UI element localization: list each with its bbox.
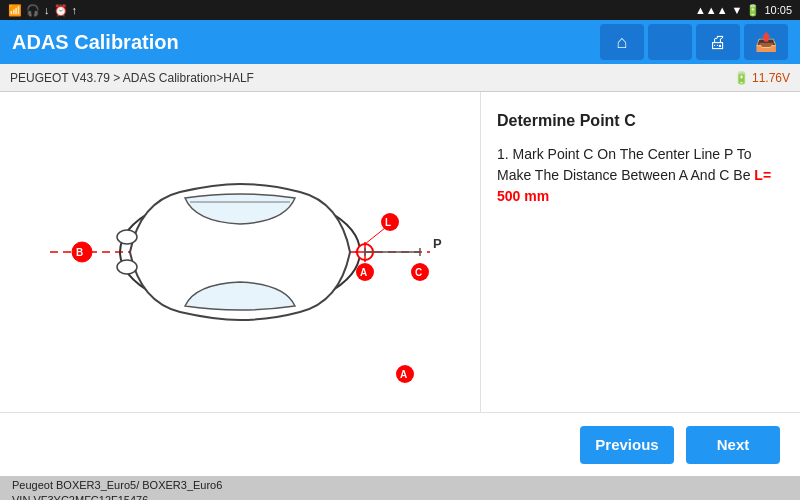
status-bar: 📶 🎧 ↓ ⏰ ↑ ▲▲▲ ▼ 🔋 10:05 [0, 0, 800, 20]
svg-point-2 [117, 230, 137, 244]
signal-icon: ▲▲▲ [695, 4, 728, 16]
upload-icon: ↑ [72, 4, 78, 16]
svg-point-3 [117, 260, 137, 274]
title-bar: ADAS Calibration ⌂ 👤 🖨 📤 [0, 20, 800, 64]
svg-text:B: B [76, 247, 83, 258]
breadcrumb: PEUGEOT V43.79 > ADAS Calibration>HALF [10, 71, 254, 85]
battery-indicator: 🔋 11.76V [734, 71, 790, 85]
battery-icon-small: 🔋 [734, 71, 749, 85]
wifi-icon: ▼ [732, 4, 743, 16]
title-bar-icons: ⌂ 👤 🖨 📤 [600, 24, 788, 60]
headset-icon: 🎧 [26, 4, 40, 17]
status-bar-left: 📶 🎧 ↓ ⏰ ↑ [8, 4, 77, 17]
home-button[interactable]: ⌂ [600, 24, 644, 60]
diagram-panel: B A A L C P [0, 92, 480, 412]
previous-button[interactable]: Previous [580, 426, 674, 464]
navigation-area: Previous Next [0, 412, 800, 476]
car-diagram: B A A L C P [30, 112, 450, 392]
svg-text:L: L [385, 217, 391, 228]
svg-text:C: C [415, 267, 422, 278]
next-button[interactable]: Next [686, 426, 780, 464]
export-button[interactable]: 📤 [744, 24, 788, 60]
footer-line1: Peugeot BOXER3_Euro5/ BOXER3_Euro6 [12, 478, 788, 493]
download-icon: ↓ [44, 4, 50, 16]
clock-icon: ⏰ [54, 4, 68, 17]
user-button[interactable]: 👤 [648, 24, 692, 60]
time-display: 10:05 [764, 4, 792, 16]
svg-text:A: A [360, 267, 367, 278]
footer-info: Peugeot BOXER3_Euro5/ BOXER3_Euro6 VIN V… [0, 476, 800, 500]
instructions-panel: Determine Point C 1. Mark Point C On The… [480, 92, 800, 412]
main-content: B A A L C P Determine Point C [0, 92, 800, 412]
svg-text:A: A [400, 369, 407, 380]
svg-text:P: P [433, 236, 442, 251]
instruction-body: 1. Mark Point C On The Center Line P To … [497, 144, 784, 207]
bt-icon: 📶 [8, 4, 22, 17]
instruction-title: Determine Point C [497, 112, 784, 130]
print-button[interactable]: 🖨 [696, 24, 740, 60]
app-title: ADAS Calibration [12, 31, 179, 54]
battery-icon: 🔋 [746, 4, 760, 17]
footer-line2: VIN VF3YC2MFC12F15476 [12, 493, 788, 500]
status-bar-right: ▲▲▲ ▼ 🔋 10:05 [695, 4, 792, 17]
instruction-text-part1: 1. Mark Point C On The Center Line P To … [497, 146, 754, 183]
battery-voltage: 11.76V [752, 71, 790, 85]
breadcrumb-bar: PEUGEOT V43.79 > ADAS Calibration>HALF 🔋… [0, 64, 800, 92]
